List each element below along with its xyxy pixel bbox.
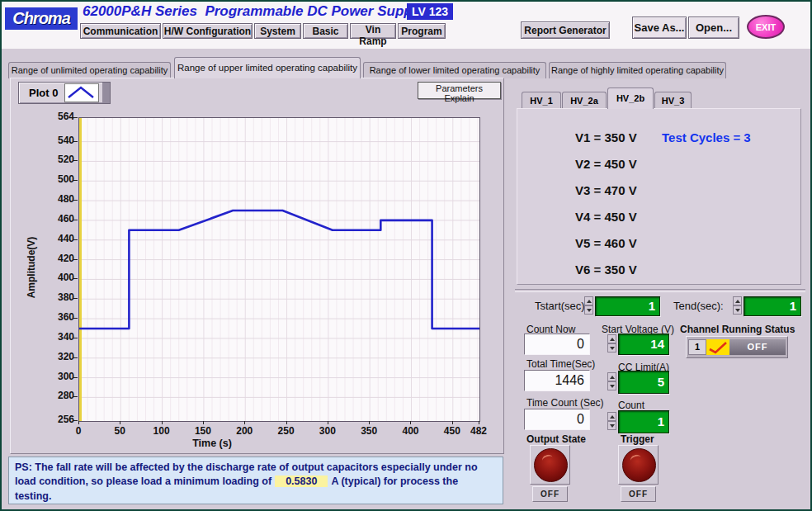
app-window: Chroma 62000P&H Series Programmable DC P… [0, 0, 812, 511]
menu-hw-configuration[interactable]: H/W Configuration [163, 23, 253, 39]
plot-legend-label: Plot 0 [29, 87, 58, 99]
count-spinner[interactable] [607, 412, 616, 430]
start-voltage-field[interactable]: 14 [618, 334, 669, 355]
x-tick-mark [452, 421, 453, 424]
header-bar: Chroma 62000P&H Series Programmable DC P… [2, 2, 810, 49]
x-tick-label: 50 [103, 425, 136, 437]
y-tick-label: 540 [35, 135, 74, 146]
start-voltage-spinner[interactable] [607, 334, 616, 352]
x-tick-label: 150 [186, 425, 220, 437]
chroma-logo: Chroma [5, 7, 78, 30]
exit-button[interactable]: EXIT [747, 15, 785, 39]
cc-limit-spinner[interactable] [607, 372, 616, 390]
menu-vin-ramp[interactable]: Vin Ramp [350, 23, 396, 39]
channel-running-status-control[interactable]: 1 OFF [686, 336, 788, 358]
menu-program[interactable]: Program [398, 23, 446, 39]
tend-label: Tend(sec): [673, 300, 724, 312]
open-button[interactable]: Open... [688, 17, 739, 39]
plot-legend-notch [102, 83, 110, 103]
x-tick-mark [78, 421, 79, 424]
time-count-field: 0 [524, 409, 590, 430]
x-tick-label: 482 [462, 425, 495, 437]
y-tick-label: 380 [35, 291, 74, 303]
channel-check-cell[interactable] [706, 339, 729, 355]
divider [515, 289, 805, 292]
tab-range-lower-limited[interactable]: Range of lower limited operating capabil… [363, 62, 546, 78]
x-tick-mark [479, 421, 479, 424]
y-tick-mark [73, 357, 78, 358]
y-tick-label: 440 [35, 233, 74, 244]
y-tick-label: 320 [35, 351, 74, 362]
y-tick-label: 360 [35, 311, 74, 323]
x-tick-label: 400 [394, 425, 427, 437]
menu-system[interactable]: System [254, 23, 301, 39]
parameters-explain-button[interactable]: Parameters Explain [418, 82, 501, 99]
y-tick-label: 340 [35, 331, 74, 343]
tend-spinner[interactable] [733, 296, 742, 315]
total-time-label: Total Time(Sec) [526, 358, 595, 370]
y-tick-label: 520 [35, 154, 74, 165]
save-as-button[interactable]: Save As... [632, 17, 687, 39]
y-tick-label: 480 [35, 193, 74, 205]
tstart-field[interactable]: 1 [595, 296, 660, 316]
voltage-v1: V1 = 350 V [575, 130, 637, 144]
x-tick-label: 100 [145, 425, 178, 437]
tstart-spinner[interactable] [584, 296, 593, 315]
output-state-led [534, 448, 568, 482]
output-state-label: Output State [526, 433, 586, 445]
output-state-button[interactable] [530, 445, 570, 485]
x-tick-mark [203, 421, 204, 424]
channel-running-status-label: Channel Running Status [680, 324, 795, 335]
plot-legend[interactable]: Plot 0 [18, 82, 111, 104]
plot-legend-line-icon [64, 83, 99, 102]
y-tick-label: 460 [35, 213, 74, 225]
x-tick-mark [286, 421, 287, 424]
x-tick-label: 250 [270, 425, 303, 437]
channel-number-cell: 1 [688, 339, 706, 355]
y-tick-mark [73, 298, 78, 299]
y-tick-label: 300 [35, 371, 74, 382]
voltage-v6: V6 = 350 V [575, 263, 637, 277]
tab-range-upper-limited[interactable]: Range of upper limited operating capabil… [174, 57, 361, 78]
trigger-button[interactable] [618, 445, 659, 485]
tab-range-unlimited[interactable]: Range of unlimited operating capability [8, 62, 171, 78]
y-tick-mark [73, 377, 78, 378]
y-tick-label: 500 [35, 173, 74, 185]
y-tick-label: 256 [35, 414, 74, 425]
test-cycles-label: Test Cycles = 3 [662, 130, 751, 144]
time-count-label: Time Count (Sec) [526, 397, 604, 409]
lv-badge: LV 123 [407, 3, 453, 20]
x-tick-mark [244, 421, 245, 424]
tab-hv-2a[interactable]: HV_2a [562, 92, 607, 109]
ps-note: PS: The fall rate will be affected by th… [8, 457, 503, 504]
menu-basic[interactable]: Basic [303, 23, 348, 39]
report-generator-button[interactable]: Report Generator [521, 21, 610, 39]
y-tick-label: 420 [35, 253, 74, 264]
menu-communication[interactable]: Communication [80, 23, 161, 39]
trigger-value: OFF [621, 486, 656, 502]
tab-range-highly-limited[interactable]: Range of highly limited operating capabi… [549, 62, 726, 78]
tab-hv-1[interactable]: HV_1 [522, 92, 561, 109]
tab-hv-2b[interactable]: HV_2b [607, 88, 654, 109]
y-tick-mark [73, 318, 78, 319]
tstart-label: Tstart(sec): [535, 300, 588, 312]
y-tick-mark [73, 259, 78, 260]
trigger-led [622, 448, 656, 482]
plot-svg[interactable] [78, 117, 480, 422]
voltage-v2: V2 = 450 V [575, 157, 637, 171]
y-tick-mark [73, 278, 78, 279]
y-tick-mark [73, 396, 78, 397]
note-highlight-value: 0.5830 [275, 476, 328, 487]
tab-hv-3[interactable]: HV_3 [654, 92, 692, 109]
count-label: Count [618, 400, 644, 411]
tend-field[interactable]: 1 [744, 296, 801, 316]
app-title: 62000P&H Series Programmable DC Power Su… [83, 3, 424, 20]
cc-limit-field[interactable]: 5 [618, 371, 669, 394]
voltage-v4: V4 = 450 V [575, 210, 637, 224]
channel-status-value: OFF [729, 339, 786, 355]
x-tick-label: 350 [352, 425, 385, 437]
count-field[interactable]: 1 [618, 410, 669, 433]
x-tick-mark [328, 421, 328, 424]
y-tick-mark [73, 200, 78, 201]
y-tick-mark [73, 420, 78, 421]
